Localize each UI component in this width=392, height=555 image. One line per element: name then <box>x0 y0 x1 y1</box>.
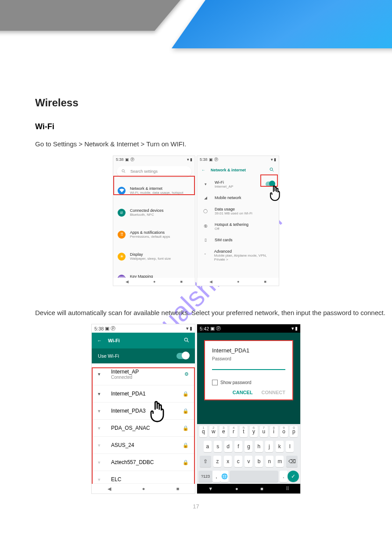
period-key[interactable]: . <box>280 471 288 482</box>
key-p[interactable]: 0p <box>290 426 298 437</box>
android-nav-bar: ▼●■⠿ <box>197 484 300 493</box>
key-d[interactable]: d <box>224 441 232 452</box>
password-label: Password <box>212 356 285 361</box>
connect-button[interactable]: CONNECT <box>262 390 285 395</box>
key-c[interactable]: c <box>234 456 242 467</box>
app-bar-title: Wi-Fi <box>108 338 120 343</box>
search-icon <box>121 169 126 174</box>
search-placeholder: Search settings <box>130 169 158 174</box>
step-2-text: Device will automatically scan for avail… <box>35 308 392 318</box>
key-f[interactable]: f <box>234 441 242 452</box>
section-header: Wi-Fi <box>35 122 392 131</box>
step-1-text: Go to Settings > Network & Internet > Tu… <box>35 139 392 149</box>
key-w[interactable]: 2w <box>209 426 217 437</box>
password-dialog: Internet_PDA1 Password Show password CAN… <box>204 340 293 400</box>
key-b[interactable]: b <box>255 456 263 467</box>
android-nav-bar: ◀●■ <box>113 278 195 286</box>
chevron-down-icon: ˅ <box>202 253 208 258</box>
checkbox-icon <box>212 380 218 385</box>
key-s[interactable]: s <box>214 441 222 452</box>
svg-point-4 <box>184 338 187 341</box>
android-nav-bar: ◀●■ <box>197 278 279 286</box>
row-advanced[interactable]: ˅ AdvancedMobile plan, Airplane mode, VP… <box>197 246 279 265</box>
screenshot-password-dialog: 5:42▣ⓟ ▾▮ Internet_PDA1 Password Show pa… <box>197 324 301 494</box>
keyboard[interactable]: 1q 2w 3e 4r 5t 6y 7u 8i 9o 0p a s d f g <box>197 424 300 484</box>
status-bar: 5:42▣ⓟ ▾▮ <box>197 324 300 333</box>
key-r[interactable]: 4r <box>230 426 237 437</box>
show-password-checkbox[interactable]: Show password <box>212 380 285 385</box>
screenshot-settings: 5:38▣ⓟ ▾▮ Search settings Network & inte… <box>113 156 195 286</box>
svg-line-5 <box>187 341 189 342</box>
key-l[interactable]: l <box>286 441 294 452</box>
key-v[interactable]: v <box>245 456 252 467</box>
key-t[interactable]: 5t <box>240 426 248 437</box>
page-title: Wireless <box>35 97 392 109</box>
screenshot-wifi-list: 5:38▣ⓟ ▾▮ ← Wi-Fi Use Wi-Fi ▾ Internet_A… <box>91 324 195 494</box>
svg-point-0 <box>122 169 125 172</box>
use-wifi-row[interactable]: Use Wi-Fi <box>92 348 195 363</box>
back-icon[interactable]: ← <box>201 168 205 172</box>
signal-icon: ◢ <box>202 196 209 200</box>
key-m[interactable]: m <box>276 456 284 467</box>
settings-item-connected[interactable]: ⎚ Connected devicesBluetooth, NFC <box>113 202 195 224</box>
settings-item-apps[interactable]: ⠿ Apps & notificationsPermissions, defau… <box>113 224 195 246</box>
key-z[interactable]: z <box>213 456 221 467</box>
key-k[interactable]: k <box>276 441 284 452</box>
screenshot-network-internet: 5:38▣ⓟ ▾▮ ← Network & internet ▾ Wi-FiIn… <box>197 156 279 286</box>
row-data-usage[interactable]: ◯ Data usage39.01 MB used on Wi-Fi <box>197 203 279 219</box>
key-g[interactable]: g <box>245 441 252 452</box>
key-a[interactable]: a <box>204 441 212 452</box>
svg-line-3 <box>273 170 274 171</box>
tap-hand-icon <box>144 397 171 423</box>
shift-key[interactable]: ⇧ <box>200 456 211 467</box>
key-i[interactable]: 8i <box>270 426 278 437</box>
comma-key[interactable]: , <box>212 471 220 482</box>
highlight-box-networks <box>92 367 195 485</box>
svg-point-2 <box>270 168 273 170</box>
tap-hand-icon <box>266 182 285 202</box>
search-icon[interactable] <box>183 337 190 344</box>
page-number: 17 <box>0 503 392 510</box>
highlight-box-network <box>113 176 195 195</box>
search-icon[interactable] <box>269 167 274 173</box>
key-h[interactable]: h <box>255 441 263 452</box>
key-j[interactable]: j <box>265 441 273 452</box>
status-bar: 5:38▣ⓟ ▾▮ <box>113 156 195 163</box>
app-bar-title: Network & internet <box>211 168 246 172</box>
key-n[interactable]: n <box>266 456 273 467</box>
svg-line-1 <box>124 171 125 172</box>
android-nav-bar: ◀●■ <box>92 484 195 493</box>
settings-item-display[interactable]: ☀ DisplayWallpaper, sleep, font size <box>113 246 195 268</box>
key-o[interactable]: 9o <box>280 426 288 437</box>
row-sim[interactable]: ▯ SIM cards <box>197 234 279 246</box>
use-wifi-toggle[interactable] <box>176 353 189 359</box>
symbols-key[interactable]: ?123 <box>198 471 212 482</box>
app-bar: ← Wi-Fi <box>92 333 195 348</box>
enter-key[interactable]: ✓ <box>288 471 299 482</box>
back-icon[interactable]: ← <box>97 338 102 343</box>
globe-key[interactable]: 🌐 <box>220 471 228 482</box>
row-hotspot[interactable]: ⦿ Hotspot & tetheringOff <box>197 219 279 234</box>
password-input[interactable] <box>212 369 285 370</box>
backspace-key[interactable]: ⌫ <box>286 456 298 467</box>
hotspot-icon: ⦿ <box>202 224 209 229</box>
key-u[interactable]: 7u <box>260 426 268 437</box>
cancel-button[interactable]: CANCEL <box>233 390 253 395</box>
status-bar: 5:38▣ⓟ ▾▮ <box>197 156 279 163</box>
space-key[interactable] <box>230 471 278 482</box>
data-icon: ◯ <box>202 209 209 213</box>
status-bar: 5:38▣ⓟ ▾▮ <box>92 324 195 333</box>
key-x[interactable]: x <box>224 456 232 467</box>
wifi-icon: ▾ <box>202 182 209 186</box>
key-y[interactable]: 6y <box>250 426 258 437</box>
dialog-ssid: Internet_PDA1 <box>212 347 285 354</box>
key-q[interactable]: 1q <box>199 426 207 437</box>
sim-icon: ▯ <box>202 238 209 242</box>
key-e[interactable]: 3e <box>219 426 227 437</box>
